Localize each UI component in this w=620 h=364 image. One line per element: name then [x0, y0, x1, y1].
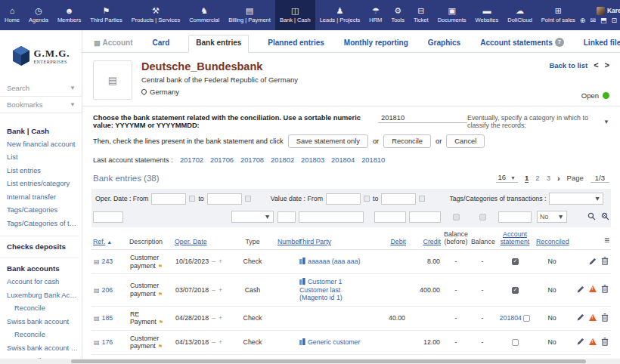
- nav-item-products-services[interactable]: ⚒Products | Services: [127, 0, 184, 30]
- delete-icon[interactable]: [601, 313, 609, 322]
- edit-icon[interactable]: [577, 313, 584, 321]
- ref-filter-input[interactable]: [93, 211, 123, 223]
- horizontal-scrollbar[interactable]: [0, 359, 620, 364]
- clear-filters-icon[interactable]: [601, 212, 609, 221]
- column-header-label[interactable]: Number: [277, 238, 301, 245]
- tab-card[interactable]: Card: [152, 35, 171, 52]
- statement-checkbox[interactable]: [512, 287, 519, 294]
- date-plus-shortcut[interactable]: +: [219, 258, 222, 265]
- page-number[interactable]: 2: [535, 174, 539, 183]
- calendar-icon[interactable]: [245, 196, 251, 202]
- nav-item-members[interactable]: ☻Members: [53, 0, 85, 30]
- warning-icon[interactable]: [589, 338, 597, 345]
- nav-item-agenda[interactable]: ◷Agenda: [24, 0, 53, 30]
- column-header-label[interactable]: Oper. Date: [175, 238, 207, 245]
- statement-checkbox[interactable]: [512, 258, 519, 265]
- statement-checkbox[interactable]: [512, 339, 519, 346]
- entry-ref-link[interactable]: 206: [102, 286, 113, 294]
- third-party-link[interactable]: aaaaaa (aaa aaa): [308, 258, 360, 265]
- statement-link[interactable]: 201803: [301, 156, 324, 164]
- sidebar-item-tags-categories-of-transact-[interactable]: Tags/Categories of transact...: [7, 219, 79, 229]
- statement-link[interactable]: 201706: [210, 156, 234, 164]
- prev-record-arrow[interactable]: <: [594, 60, 598, 69]
- delete-icon[interactable]: [601, 285, 609, 293]
- column-header-label[interactable]: Third Party: [299, 238, 331, 245]
- page-indicator[interactable]: 1/3: [591, 174, 609, 183]
- page-size-select[interactable]: 16▼: [496, 173, 519, 183]
- warning-icon[interactable]: [589, 314, 597, 321]
- tab-bank-entries[interactable]: Bank entries: [188, 35, 249, 53]
- nav-item-third-parties[interactable]: ⚑Third Parties: [85, 0, 127, 30]
- bag-icon[interactable]: ⬒: [600, 17, 607, 24]
- tab-planned-entries[interactable]: Planned entries: [267, 35, 324, 52]
- reconciled-filter-select[interactable]: No▼: [537, 211, 567, 223]
- debit-filter-input[interactable]: [374, 211, 406, 223]
- entry-ref-link[interactable]: 243: [102, 258, 113, 265]
- sidebar-item-list-entries[interactable]: List entries: [7, 166, 79, 176]
- oper-date-from-input[interactable]: [151, 193, 186, 205]
- sidebar-item-swiss-bank-account-old[interactable]: Swiss bank account old: [7, 344, 79, 353]
- date-plus-shortcut[interactable]: +: [219, 314, 222, 322]
- value-date-to-input[interactable]: [381, 193, 416, 205]
- date-plus-shortcut[interactable]: +: [219, 338, 222, 346]
- statement-link[interactable]: 201708: [240, 156, 264, 164]
- nav-item-leads-projects[interactable]: ♟Leads | Projects: [315, 0, 365, 30]
- column-header-label[interactable]: Credit: [423, 238, 441, 245]
- nav-item-websites[interactable]: ▬Websites: [471, 0, 504, 30]
- next-page-arrow[interactable]: ›: [557, 174, 560, 183]
- nav-item-home[interactable]: ⌂Home: [0, 0, 24, 30]
- sidebar-item-internal-transfer[interactable]: Internal transfer: [7, 193, 79, 202]
- delete-icon[interactable]: [601, 257, 609, 265]
- date-minus-shortcut[interactable]: –: [212, 286, 215, 294]
- sidebar-item-list-entries-category[interactable]: List entries/category: [7, 179, 79, 189]
- print-icon[interactable]: ⊡: [611, 17, 617, 24]
- delete-icon[interactable]: [601, 338, 609, 346]
- sidebar-item-luxemburg-bank-account[interactable]: Luxemburg Bank Account: [7, 291, 79, 301]
- edit-icon[interactable]: [577, 285, 584, 293]
- nav-item-billing-payment[interactable]: ▤Billing | Payment: [224, 0, 275, 30]
- nav-item-point-of-sales[interactable]: ⊞Point of sales: [537, 0, 580, 30]
- third-party-filter-input[interactable]: [299, 211, 364, 223]
- column-selector-icon[interactable]: ≡: [604, 235, 609, 245]
- reconcile-button[interactable]: Reconcile: [383, 134, 431, 148]
- date-minus-shortcut[interactable]: –: [212, 258, 215, 265]
- date-minus-shortcut[interactable]: –: [212, 314, 215, 322]
- back-to-list-link[interactable]: Back to list: [549, 61, 587, 69]
- nav-item-dolicloud[interactable]: ☁DoliCloud: [503, 0, 537, 30]
- sidebar-item-swiss-bank-account[interactable]: Swiss bank account: [7, 317, 79, 327]
- page-number[interactable]: 3: [547, 174, 550, 183]
- bookmarks-dropdown[interactable]: Bookmarks▼: [0, 97, 82, 113]
- nav-item-ticket[interactable]: ⊟Ticket: [409, 0, 433, 30]
- sidebar-item-tags-categories[interactable]: Tags/Categories: [7, 205, 79, 215]
- statement-filter-input[interactable]: [498, 211, 532, 223]
- sidebar-item-new-financial-account[interactable]: New financial account: [7, 140, 79, 150]
- chat-icon[interactable]: ✉: [590, 17, 596, 24]
- type-filter-select[interactable]: ▼: [231, 211, 274, 223]
- statement-number-link[interactable]: 201804: [500, 314, 522, 322]
- save-statement-button[interactable]: Save statement only: [288, 134, 368, 148]
- credit-filter-input[interactable]: [409, 211, 441, 223]
- warning-icon[interactable]: [589, 285, 597, 292]
- nav-item-bank-cash[interactable]: ◫Bank | Cash: [275, 0, 315, 30]
- globe-icon[interactable]: ⊕: [580, 17, 586, 24]
- cancel-button[interactable]: Cancel: [446, 134, 485, 148]
- calendar-icon[interactable]: [364, 196, 370, 202]
- third-party-link[interactable]: Customer 1 Customer last (Magento id 1): [299, 278, 343, 301]
- page-number[interactable]: 1: [525, 174, 529, 183]
- calendar-icon[interactable]: [189, 196, 195, 202]
- entry-ref-link[interactable]: 185: [102, 314, 113, 322]
- statement-checkbox[interactable]: [523, 315, 530, 322]
- number-filter-input[interactable]: [277, 211, 296, 223]
- sidebar-item-reconcile[interactable]: Reconcile: [7, 304, 79, 313]
- tab-account[interactable]: ▤Account: [93, 35, 134, 52]
- oper-date-to-input[interactable]: [207, 193, 242, 205]
- sidebar-item-list[interactable]: List: [7, 153, 79, 162]
- statement-link[interactable]: 201804: [331, 156, 355, 164]
- user-menu[interactable]: Karen: [597, 7, 620, 15]
- entry-ref-link[interactable]: 176: [102, 338, 113, 346]
- sidebar-item-reconcile[interactable]: Reconcile: [7, 330, 79, 340]
- next-record-arrow[interactable]: >: [605, 60, 609, 69]
- nav-item-hrm[interactable]: ☂HRM: [364, 0, 386, 30]
- tags-filter-select[interactable]: ▼: [549, 193, 603, 205]
- calendar-icon[interactable]: [419, 196, 425, 202]
